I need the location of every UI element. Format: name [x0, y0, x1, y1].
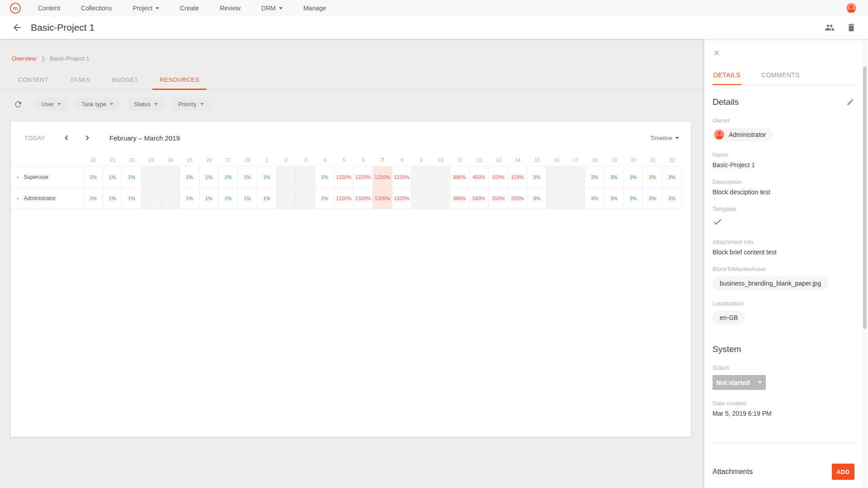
row-label-superuser[interactable]: +Superuser [11, 166, 84, 188]
utilization-cell[interactable]: 886% [450, 166, 470, 188]
utilization-cell[interactable]: 986% [450, 188, 470, 209]
utilization-cell[interactable]: 3% [527, 188, 547, 209]
utilization-cell[interactable]: 1% [199, 166, 219, 188]
utilization-cell[interactable] [566, 188, 585, 209]
utilization-cell[interactable] [411, 166, 431, 188]
add-attachment-button[interactable]: ADD [832, 464, 854, 480]
utilization-cell[interactable]: 3% [624, 188, 643, 209]
nav-item-collections[interactable]: Collections [81, 5, 112, 12]
utilization-cell[interactable]: 493% [469, 166, 489, 188]
chevron-left-icon[interactable] [61, 133, 71, 143]
utilization-cell[interactable]: 3% [585, 188, 604, 209]
utilization-cell[interactable]: 1220% [354, 166, 373, 188]
trash-icon[interactable] [846, 23, 856, 33]
utilization-cell[interactable]: 3% [585, 166, 604, 188]
tab-tasks[interactable]: TASKS [63, 73, 98, 90]
utilization-cell[interactable]: 3% [604, 188, 624, 209]
chevron-right-icon[interactable] [82, 133, 92, 143]
utilization-cell[interactable] [277, 166, 296, 188]
utilization-cell[interactable] [161, 188, 180, 209]
utilization-cell[interactable]: 1% [315, 166, 335, 188]
view-selector[interactable]: Timeline [650, 135, 679, 141]
utilization-cell[interactable]: 1% [257, 166, 277, 188]
utilization-cell[interactable]: 3% [662, 188, 682, 209]
refresh-icon[interactable] [14, 100, 23, 109]
utilization-cell[interactable]: 1% [180, 166, 199, 188]
row-label-administrator[interactable]: +Administrator [11, 188, 84, 209]
utilization-cell[interactable]: 103% [489, 166, 508, 188]
app-logo[interactable]: m [10, 3, 21, 14]
utilization-cell[interactable]: 1220% [373, 166, 392, 188]
utilization-cell[interactable] [161, 166, 180, 188]
utilization-cell[interactable]: 1% [238, 188, 257, 209]
utilization-cell[interactable]: 1% [103, 166, 123, 188]
utilization-cell[interactable] [277, 188, 296, 209]
utilization-cell[interactable]: 3% [624, 166, 643, 188]
utilization-cell[interactable]: 1% [315, 188, 335, 209]
nav-item-drm[interactable]: DRM [261, 5, 283, 12]
expand-icon[interactable]: + [16, 196, 19, 201]
utilization-cell[interactable]: 103% [508, 166, 528, 188]
utilization-cell[interactable]: 1320% [373, 188, 392, 209]
filter-task-type[interactable]: Task type [74, 98, 121, 111]
filter-user[interactable]: User [34, 98, 68, 111]
tab-budget[interactable]: BUDGET [105, 73, 146, 90]
tab-details[interactable]: DETAILS [712, 67, 741, 85]
utilization-cell[interactable] [296, 166, 315, 188]
utilization-cell[interactable]: 1% [84, 166, 103, 188]
sidebar-scrollbar-thumb[interactable] [863, 66, 867, 329]
tab-comments[interactable]: COMMENTS [760, 67, 801, 85]
user-avatar[interactable] [846, 3, 856, 13]
nav-item-manage[interactable]: Manage [303, 5, 326, 12]
utilization-cell[interactable]: 1% [84, 188, 103, 209]
utilization-cell[interactable] [142, 166, 161, 188]
utilization-cell[interactable]: 3% [604, 166, 624, 188]
utilization-cell[interactable]: 1220% [392, 166, 412, 188]
utilization-cell[interactable]: 1% [103, 188, 123, 209]
status-dropdown[interactable]: Not started [712, 375, 766, 390]
utilization-cell[interactable] [142, 188, 161, 209]
utilization-cell[interactable]: 593% [469, 188, 489, 209]
utilization-cell[interactable]: 1320% [392, 188, 412, 209]
nav-item-review[interactable]: Review [220, 5, 241, 12]
filter-priority[interactable]: Priority [171, 98, 211, 111]
utilization-cell[interactable]: 1% [199, 188, 219, 209]
utilization-cell[interactable]: 1% [219, 166, 238, 188]
people-icon[interactable] [825, 23, 835, 33]
utilization-cell[interactable]: 1220% [335, 188, 354, 209]
utilization-cell[interactable]: 1% [122, 166, 142, 188]
utilization-cell[interactable]: 203% [508, 188, 528, 209]
expand-icon[interactable]: + [16, 174, 19, 180]
utilization-cell[interactable]: 3% [643, 166, 662, 188]
tab-content[interactable]: CONTENT [11, 73, 56, 90]
utilization-cell[interactable]: 1220% [335, 166, 354, 188]
close-icon[interactable] [712, 49, 721, 57]
utilization-cell[interactable] [296, 188, 315, 209]
utilization-cell[interactable]: 1% [238, 166, 257, 188]
edit-pencil-icon[interactable] [846, 98, 854, 106]
utilization-cell[interactable] [431, 166, 450, 188]
utilization-cell[interactable] [431, 188, 450, 209]
nav-item-create[interactable]: Create [180, 5, 199, 12]
utilization-cell[interactable]: 3% [662, 166, 682, 188]
master-asset-chip[interactable]: business_branding_blank_paper.jpg [712, 277, 828, 290]
utilization-cell[interactable]: 1% [219, 188, 238, 209]
utilization-cell[interactable]: 1% [180, 188, 199, 209]
utilization-cell[interactable] [547, 188, 566, 209]
utilization-cell[interactable] [411, 188, 431, 209]
filter-status[interactable]: Status [127, 98, 165, 111]
utilization-cell[interactable] [547, 166, 566, 188]
utilization-cell[interactable]: 1% [257, 188, 277, 209]
utilization-cell[interactable]: 203% [489, 188, 508, 209]
back-arrow-icon[interactable] [12, 22, 23, 33]
breadcrumb-overview-link[interactable]: Overview [12, 55, 36, 62]
nav-item-project[interactable]: Project [133, 5, 160, 12]
utilization-cell[interactable]: 1320% [354, 188, 373, 209]
today-button[interactable]: TODAY [24, 135, 45, 141]
utilization-cell[interactable]: 3% [527, 166, 547, 188]
utilization-cell[interactable] [566, 166, 585, 188]
nav-item-content[interactable]: Content [38, 5, 60, 12]
utilization-cell[interactable]: 1% [122, 188, 142, 209]
owner-chip[interactable]: Administrator [712, 128, 773, 141]
tab-resources[interactable]: RESOURCES [152, 73, 207, 90]
